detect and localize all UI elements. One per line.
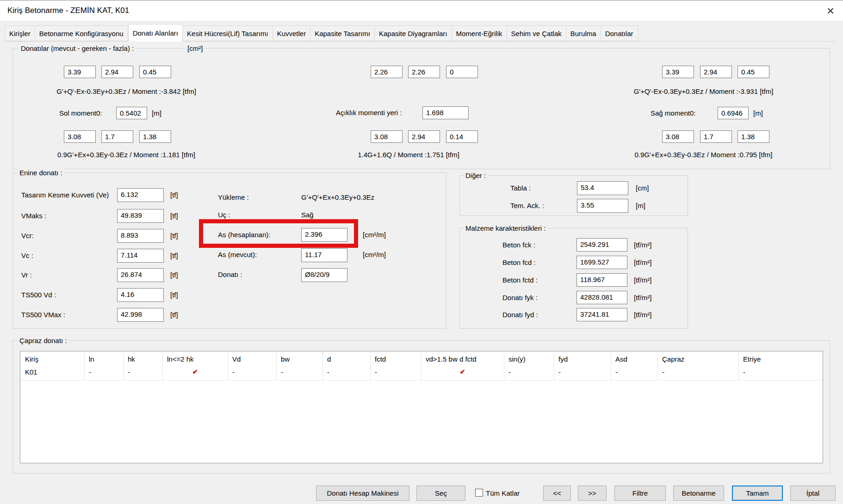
col-vd: Vd	[232, 355, 241, 363]
tasarim-kesme-kuvveti-unit: [tf]	[170, 191, 178, 199]
beam-rc-dialog: Kiriş Betonarme - ZEMİN KAT, K01 ✕ Kiriş…	[0, 0, 843, 504]
vc-unit: [tf]	[170, 252, 178, 259]
donatilar-middle-bottom-fazla-field[interactable]: 0.14	[446, 130, 478, 143]
donatilar-right-bottom-gereken-field[interactable]: 1.7	[700, 130, 732, 143]
donatilar-left-bottom-mevcut-field[interactable]: 3.08	[64, 130, 96, 143]
donati-fyk-field[interactable]: 42828.081	[576, 291, 627, 304]
next-button[interactable]: >>	[578, 486, 607, 501]
sag-moment0-unit: [m]	[753, 109, 763, 117]
tab-kirisler[interactable]: Kirişler	[5, 25, 35, 41]
donatilar-left-bottom-gereken-field[interactable]: 1.7	[101, 130, 133, 143]
donatilar-right-bottom-mevcut-field[interactable]: 3.08	[662, 130, 694, 143]
table-row-k01[interactable]: K01 - - ✔ - - - - ✔ - - - - -	[20, 366, 823, 380]
aciklik-momenti-yeri-field[interactable]: 1.698	[422, 106, 469, 119]
vr-field[interactable]: 26.874	[117, 268, 164, 282]
tab-kesit-hucresi-lif-tasarimi[interactable]: Kesit Hücresi(Lif) Tasarımı	[183, 25, 273, 41]
tab-kapasite-tasarimi[interactable]: Kapasite Tasarımı	[310, 25, 375, 41]
tum-katlar-label: Tüm Katlar	[486, 489, 520, 497]
col-kiris: Kiriş	[25, 355, 38, 363]
beton-fcd-field[interactable]: 1699.527	[576, 256, 627, 269]
donatilar-left-top-fazla-field[interactable]: 0.45	[139, 66, 171, 78]
window-title: Kiriş Betonarme - ZEMİN KAT, K01	[7, 6, 129, 15]
vcr-field[interactable]: 8.893	[117, 229, 164, 243]
beton-fctd-field[interactable]: 118.967	[576, 273, 627, 287]
as-mevcut-field[interactable]: 11.17	[301, 248, 347, 262]
tabla-label: Tabla :	[510, 184, 531, 192]
col-hk: hk	[128, 355, 135, 363]
donatilar-middle-top-mevcut-field[interactable]: 2.26	[371, 66, 403, 78]
donatilar-right-top-mevcut-field[interactable]: 3.39	[662, 66, 694, 78]
iptal-button[interactable]: İptal	[790, 486, 836, 501]
cell-fyd: -	[558, 368, 561, 376]
tab-kapasite-diyagramlari[interactable]: Kapasite Diyagramları	[375, 25, 452, 41]
donatilar-middle-top-gereken-field[interactable]: 2.26	[408, 66, 440, 78]
cell-fctd: -	[375, 368, 377, 376]
ts500-vd-unit: [tf]	[170, 291, 178, 299]
beton-fck-unit: [tf/m²]	[634, 241, 651, 249]
donatilar-right-bottom-fazla-field[interactable]: 1.38	[738, 130, 769, 143]
vmaks-field[interactable]: 49.839	[117, 209, 164, 223]
donatilar-middle-bottom-gereken-field[interactable]: 2.94	[408, 130, 440, 143]
cell-etriye: -	[743, 368, 745, 376]
vc-field[interactable]: 7.114	[117, 249, 164, 263]
col-fctd: fctd	[375, 355, 386, 363]
tab-moment-egrilik[interactable]: Moment-Eğrilik	[452, 25, 507, 41]
col-bw: bw	[281, 355, 290, 363]
donatilar-middle-bottom-mevcut-field[interactable]: 3.08	[371, 130, 403, 143]
title-bar: Kiriş Betonarme - ZEMİN KAT, K01 ✕	[0, 1, 843, 22]
diger-group-title: Diğer :	[464, 172, 488, 179]
tab-betonarme-konfigurasyonu[interactable]: Betonarme Konfigürasyonu	[35, 25, 128, 41]
donati-fyd-unit: [tf/m²]	[634, 311, 651, 319]
tum-katlar-checkbox[interactable]	[475, 489, 483, 497]
donatilar-right-top-gereken-field[interactable]: 2.94	[700, 66, 732, 78]
previous-button[interactable]: <<	[543, 486, 571, 501]
donatilar-group-title: Donatılar (mevcut - gereken - fazla) :	[19, 44, 136, 52]
donati-fyk-unit: [tf/m²]	[634, 294, 651, 301]
beton-fctd-unit: [tf/m²]	[634, 276, 651, 284]
yukleme-label: Yükleme :	[218, 193, 249, 201]
donati-hesap-makinesi-button[interactable]: Donatı Hesap Makinesi	[316, 486, 409, 501]
tamam-button[interactable]: Tamam	[732, 486, 783, 501]
filtre-button[interactable]: Filtre	[614, 486, 666, 501]
donatilar-left-top-gereken-field[interactable]: 2.94	[101, 66, 133, 78]
yukleme-value: G'+Q'+Ex+0.3Ey+0.3Ez	[301, 193, 374, 201]
donatilar-middle-top-fazla-field[interactable]: 0	[446, 66, 478, 78]
donati-fyd-field[interactable]: 37241.81	[576, 308, 627, 321]
tab-donatilar[interactable]: Donatılar	[601, 25, 638, 41]
vc-label: Vc :	[21, 252, 33, 259]
donatilar-left-bottom-fazla-field[interactable]: 1.38	[139, 130, 171, 143]
betonarme-button[interactable]: Betonarme	[673, 486, 724, 501]
as-hesaplanan-field[interactable]: 2.396	[301, 228, 347, 242]
beton-fck-field[interactable]: 2549.291	[576, 238, 627, 252]
sag-moment0-field[interactable]: 0.6946	[718, 107, 749, 119]
close-icon[interactable]: ✕	[824, 5, 837, 18]
donatilar-left-top-combo-label: G'+Q'-Ex-0.3Ey+0.3Ez / Moment :-3.842 [t…	[41, 87, 212, 95]
donatilar-left-top-mevcut-field[interactable]: 3.39	[64, 66, 96, 78]
donatilar-middle-bottom-combo-label: 1.4G+1.6Q / Moment :1.751 [tfm]	[337, 151, 480, 159]
tasarim-kesme-kuvveti-field[interactable]: 6.132	[117, 188, 164, 202]
tab-sehim-ve-catlak[interactable]: Sehim ve Çatlak	[507, 25, 566, 41]
col-fyd: fyd	[558, 355, 568, 363]
tabla-field[interactable]: 53.4	[577, 181, 628, 195]
sol-moment0-field[interactable]: 0.5402	[116, 107, 147, 119]
beton-fcd-label: Beton fcd :	[502, 258, 536, 266]
col-sin-y: sin(y)	[508, 355, 526, 363]
beton-fcd-unit: [tf/m²]	[634, 258, 651, 266]
sec-button[interactable]: Seç	[416, 486, 465, 501]
col-ln: ln	[89, 355, 94, 363]
ts500-vmax-unit: [tf]	[170, 311, 178, 319]
tab-kuvvetler[interactable]: Kuvvetler	[273, 25, 311, 41]
vcr-label: Vcr:	[21, 232, 34, 240]
ts500-vd-field[interactable]: 4.16	[117, 288, 164, 302]
col-d: d	[327, 355, 331, 363]
donati-field[interactable]: Ø8/20/9	[301, 268, 347, 282]
tab-donati-alanlari[interactable]: Donatı Alanları	[128, 24, 183, 42]
tem-ack-field[interactable]: 3.55	[577, 199, 628, 213]
donatilar-right-top-fazla-field[interactable]: 0.45	[738, 66, 769, 78]
donatilar-right-top-combo-label: G'+Q'-Ex-0.3Ey+0.3Ez / Moment :-3.931 [t…	[621, 87, 786, 95]
ts500-vmax-field[interactable]: 42.998	[117, 308, 164, 322]
donati-fyd-label: Donatı fyd :	[502, 311, 538, 319]
donati-label: Donatı :	[218, 270, 242, 278]
tab-burulma[interactable]: Burulma	[566, 25, 601, 41]
beton-fck-label: Beton fck :	[502, 241, 535, 249]
